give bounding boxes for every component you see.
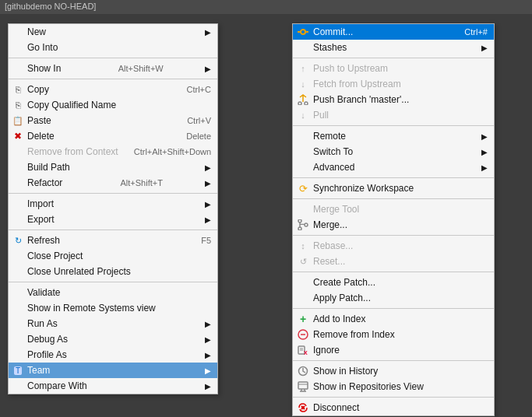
left-menu-item-show-in[interactable]: Show InAlt+Shift+W▶ bbox=[9, 61, 217, 76]
menu-item-label: Compare With bbox=[27, 380, 87, 391]
submenu-arrow-icon: ▶ bbox=[481, 44, 488, 52]
right-menu-item-fetch-upstream[interactable]: ↓Fetch from Upstream bbox=[293, 76, 494, 92]
right-menu-item-synchronize[interactable]: ⟳Synchronize Workspace bbox=[293, 180, 494, 196]
left-menu-item-delete[interactable]: ✖DeleteDelete bbox=[9, 128, 217, 144]
disconnect-icon bbox=[296, 401, 310, 414]
right-menu-item-apply-patch[interactable]: Apply Patch... bbox=[293, 290, 494, 306]
menu-item-label: Synchronize Workspace bbox=[313, 183, 414, 194]
svg-point-4 bbox=[305, 102, 308, 105]
right-menu-item-ignore[interactable]: XIgnore bbox=[293, 342, 494, 358]
submenu-arrow-icon: ▶ bbox=[205, 382, 211, 391]
menu-item-label: Advanced bbox=[313, 162, 354, 173]
reset-icon: ↺ bbox=[296, 255, 310, 268]
menu-separator bbox=[293, 272, 494, 272]
right-menu-item-merge[interactable]: Merge... bbox=[293, 217, 494, 233]
menu-item-label: Reset... bbox=[313, 256, 345, 267]
right-menu-item-reset[interactable]: ↺Reset... bbox=[293, 254, 494, 269]
submenu-arrow-icon: ▶ bbox=[205, 179, 211, 187]
right-menu-item-switch-to[interactable]: Switch To▶ bbox=[293, 144, 494, 159]
right-menu-item-rebase[interactable]: ↕Rebase... bbox=[293, 238, 494, 254]
left-menu-item-import[interactable]: Import▶ bbox=[9, 196, 217, 212]
pull-icon: ↓ bbox=[296, 109, 310, 121]
menu-item-label: Pull bbox=[313, 110, 329, 121]
menu-separator bbox=[293, 58, 494, 58]
menu-item-label: Stashes bbox=[313, 42, 347, 53]
left-menu-item-profile-as[interactable]: Profile As▶ bbox=[9, 347, 217, 363]
submenu-arrow-icon: ▶ bbox=[205, 320, 211, 328]
right-menu-item-disconnect[interactable]: Disconnect bbox=[293, 400, 494, 415]
svg-text:X: X bbox=[304, 350, 308, 356]
menu-item-label: Ignore bbox=[313, 345, 340, 356]
refresh-icon: ↻ bbox=[12, 234, 24, 247]
right-menu-item-commit[interactable]: Commit...Ctrl+# bbox=[293, 24, 494, 40]
menu-item-label: Refactor bbox=[27, 177, 62, 188]
push-branch-icon bbox=[296, 93, 310, 106]
empty-icon bbox=[296, 276, 310, 289]
right-menu-item-show-history[interactable]: Show in History bbox=[293, 363, 494, 379]
submenu-arrow-icon: ▶ bbox=[481, 148, 488, 156]
menu-item-label: Import bbox=[27, 198, 54, 209]
menu-item-label: Add to Index bbox=[313, 314, 365, 324]
menu-item-label: Rebase... bbox=[313, 240, 353, 251]
copy-icon: ⎘ bbox=[12, 83, 24, 96]
add-icon: + bbox=[296, 313, 310, 325]
menu-separator bbox=[293, 360, 494, 361]
empty-icon bbox=[296, 130, 310, 142]
left-menu-item-remove-context[interactable]: Remove from ContextCtrl+Alt+Shift+Down bbox=[9, 144, 217, 159]
submenu-arrow-icon: ▶ bbox=[205, 351, 211, 359]
left-menu-item-team[interactable]: TTeam▶ bbox=[9, 363, 217, 378]
right-menu-item-remove-index[interactable]: Remove from Index bbox=[293, 327, 494, 342]
delete-icon: ✖ bbox=[12, 130, 24, 142]
left-menu-item-copy-qualified[interactable]: ⎘Copy Qualified Name bbox=[9, 97, 217, 113]
menu-separator bbox=[293, 125, 494, 126]
right-menu-item-advanced[interactable]: Advanced▶ bbox=[293, 159, 494, 175]
left-menu-item-show-remote[interactable]: Show in Remote Systems view bbox=[9, 300, 217, 316]
submenu-arrow-icon: ▶ bbox=[205, 366, 211, 375]
right-menu-item-create-patch[interactable]: Create Patch... bbox=[293, 275, 494, 290]
menu-item-label: Close Unrelated Projects bbox=[27, 266, 131, 277]
menu-item-label: Debug As bbox=[27, 334, 68, 345]
left-menu-item-refactor[interactable]: RefactorAlt+Shift+T▶ bbox=[9, 175, 217, 191]
menu-item-shortcut: F5 bbox=[185, 236, 211, 245]
right-menu-item-pull[interactable]: ↓Pull bbox=[293, 107, 494, 123]
left-menu-item-close-unrelated[interactable]: Close Unrelated Projects bbox=[9, 264, 217, 279]
left-menu-item-copy[interactable]: ⎘CopyCtrl+C bbox=[9, 82, 217, 97]
title-text: [githubdemo NO-HEAD] bbox=[5, 2, 96, 11]
right-menu-item-merge-tool[interactable]: Merge Tool bbox=[293, 201, 494, 217]
menu-separator bbox=[293, 308, 494, 309]
left-menu-item-go-into[interactable]: Go Into bbox=[9, 40, 217, 55]
right-menu-item-stashes[interactable]: Stashes▶ bbox=[293, 40, 494, 55]
menu-item-label: Show in Remote Systems view bbox=[27, 303, 156, 314]
svg-point-5 bbox=[298, 219, 301, 223]
menu-item-label: Close Project bbox=[27, 251, 83, 261]
submenu-arrow-icon: ▶ bbox=[205, 28, 211, 37]
right-menu-item-show-repos[interactable]: Show in Repositories View bbox=[293, 379, 494, 394]
left-menu-item-run-as[interactable]: Run As▶ bbox=[9, 316, 217, 331]
right-menu-item-remote[interactable]: Remote▶ bbox=[293, 128, 494, 144]
left-menu-item-refresh[interactable]: ↻RefreshF5 bbox=[9, 233, 217, 248]
submenu-arrow-icon: ▶ bbox=[205, 216, 211, 224]
right-menu-item-push-upstream[interactable]: ↑Push to Upstream bbox=[293, 61, 494, 76]
left-menu-item-close-project[interactable]: Close Project bbox=[9, 248, 217, 264]
menu-item-label: Show in Repositories View bbox=[313, 381, 424, 392]
history-icon bbox=[296, 365, 310, 377]
fetch-icon: ↓ bbox=[296, 78, 310, 90]
menu-separator bbox=[9, 79, 217, 79]
right-menu-item-push-branch[interactable]: Push Branch 'master'... bbox=[293, 92, 494, 107]
right-menu-item-add-index[interactable]: +Add to Index bbox=[293, 311, 494, 327]
left-menu-item-paste[interactable]: 📋PasteCtrl+V bbox=[9, 113, 217, 128]
menu-item-label: Team bbox=[27, 365, 50, 376]
menu-item-label: Go Into bbox=[27, 42, 58, 53]
left-menu-item-validate[interactable]: Validate bbox=[9, 285, 217, 300]
menu-item-label: Paste bbox=[27, 115, 51, 126]
left-menu-item-new[interactable]: New▶ bbox=[9, 24, 217, 40]
left-menu-item-compare-with[interactable]: Compare With▶ bbox=[9, 378, 217, 394]
right-context-menu: Commit...Ctrl+#Stashes▶↑Push to Upstream… bbox=[292, 23, 495, 416]
menu-item-label: New bbox=[27, 26, 46, 37]
left-menu-item-export[interactable]: Export▶ bbox=[9, 212, 217, 227]
submenu-arrow-icon: ▶ bbox=[481, 163, 488, 172]
left-menu-item-build-path[interactable]: Build Path▶ bbox=[9, 159, 217, 175]
menu-item-shortcut: Ctrl+Alt+Shift+Down bbox=[118, 147, 211, 156]
left-menu-item-debug-as[interactable]: Debug As▶ bbox=[9, 331, 217, 347]
repos-icon bbox=[296, 380, 310, 393]
